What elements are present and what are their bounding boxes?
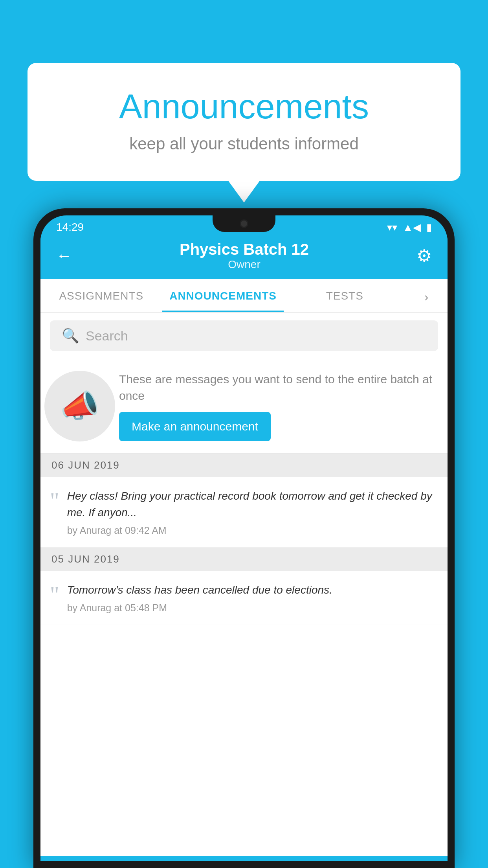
- wifi-icon: ▾▾: [387, 221, 397, 234]
- tab-tests[interactable]: TESTS: [284, 279, 405, 312]
- search-bar[interactable]: 🔍 Search: [50, 320, 438, 351]
- announcement-content-1: Hey class! Bring your practical record b…: [67, 488, 438, 536]
- app-header: ← Physics Batch 12 Owner ⚙: [40, 237, 448, 279]
- back-button[interactable]: ←: [56, 247, 72, 265]
- promo-text: These are messages you want to send to t…: [119, 371, 438, 404]
- announcement-item-2: " Tomorrow's class has been cancelled du…: [40, 571, 448, 625]
- search-placeholder: Search: [86, 328, 128, 344]
- tab-announcements[interactable]: ANNOUNCEMENTS: [162, 279, 284, 312]
- tab-assignments[interactable]: ASSIGNMENTS: [40, 279, 162, 312]
- announcement-meta-1: by Anurag at 09:42 AM: [67, 525, 438, 536]
- search-icon: 🔍: [62, 327, 79, 344]
- promo-content: These are messages you want to send to t…: [119, 371, 438, 441]
- content-area: 🔍 Search 📣 These are messages you want t…: [40, 313, 448, 856]
- announcement-promo: 📣 These are messages you want to send to…: [40, 359, 448, 454]
- status-time: 14:29: [56, 221, 84, 234]
- promo-icon-circle: 📣: [44, 371, 115, 441]
- phone-camera: [240, 219, 248, 228]
- megaphone-icon: 📣: [60, 388, 99, 425]
- announcement-content-2: Tomorrow's class has been cancelled due …: [67, 582, 438, 614]
- speech-bubble: Announcements keep all your students inf…: [28, 63, 460, 181]
- settings-icon[interactable]: ⚙: [416, 246, 432, 266]
- date-separator-1: 06 JUN 2019: [40, 454, 448, 477]
- tab-overflow[interactable]: ›: [405, 279, 448, 312]
- announcement-item-1: " Hey class! Bring your practical record…: [40, 477, 448, 548]
- phone-frame: 14:29 ▾▾ ▲◀ ▮ ← Physics Batch 12 Owner ⚙…: [33, 208, 455, 868]
- battery-icon: ▮: [426, 221, 432, 234]
- speech-bubble-subtitle: keep all your students informed: [59, 134, 429, 153]
- make-announcement-button[interactable]: Make an announcement: [119, 412, 271, 441]
- phone-inner: 14:29 ▾▾ ▲◀ ▮ ← Physics Batch 12 Owner ⚙…: [40, 215, 448, 861]
- signal-icon: ▲◀: [403, 221, 421, 234]
- announcement-text-1: Hey class! Bring your practical record b…: [67, 488, 438, 521]
- status-icons: ▾▾ ▲◀ ▮: [387, 221, 432, 234]
- speech-bubble-section: Announcements keep all your students inf…: [28, 63, 460, 202]
- header-center: Physics Batch 12 Owner: [180, 241, 309, 271]
- quote-icon-1: ": [50, 489, 59, 512]
- date-separator-2: 05 JUN 2019: [40, 548, 448, 571]
- header-subtitle: Owner: [180, 258, 309, 271]
- tabs: ASSIGNMENTS ANNOUNCEMENTS TESTS ›: [40, 279, 448, 313]
- speech-bubble-tail: [228, 181, 260, 202]
- quote-icon-2: ": [50, 583, 59, 606]
- phone-notch: [213, 215, 275, 232]
- announcement-meta-2: by Anurag at 05:48 PM: [67, 602, 438, 614]
- announcement-text-2: Tomorrow's class has been cancelled due …: [67, 582, 438, 598]
- header-title: Physics Batch 12: [180, 241, 309, 258]
- speech-bubble-title: Announcements: [59, 86, 429, 127]
